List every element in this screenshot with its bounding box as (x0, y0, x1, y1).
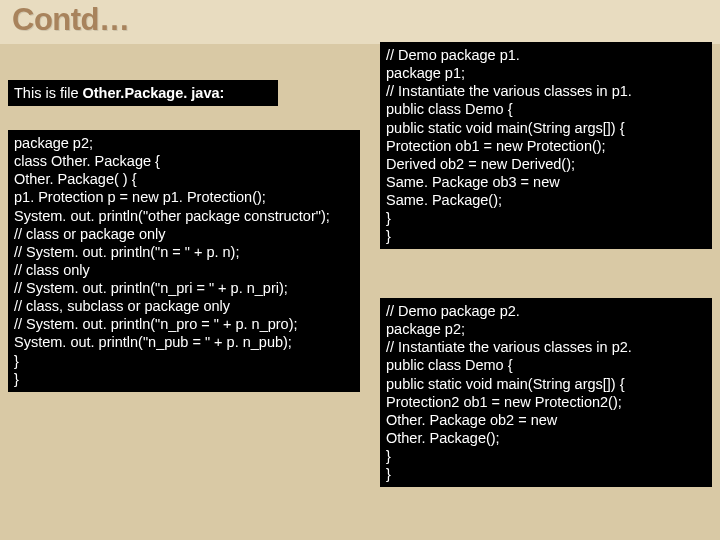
left-header-box: This is file Other.Package. java: (8, 80, 278, 106)
code-line: // class or package only (14, 225, 354, 243)
code-line: package p2; (386, 320, 706, 338)
code-line: public class Demo { (386, 356, 706, 374)
right-bottom-code-box: // Demo package p2.package p2;// Instant… (380, 298, 712, 487)
code-line: // Demo package p2. (386, 302, 706, 320)
code-line: } (386, 465, 706, 483)
code-line: } (14, 352, 354, 370)
code-line: class Other. Package { (14, 152, 354, 170)
code-line: // System. out. println("n_pri = " + p. … (14, 279, 354, 297)
code-line: package p1; (386, 64, 706, 82)
code-line: public class Demo { (386, 100, 706, 118)
left-header-bold: Other.Package. java: (83, 85, 225, 101)
code-line: // class only (14, 261, 354, 279)
left-header-prefix: This is file (14, 85, 83, 101)
code-line: Protection ob1 = new Protection(); (386, 137, 706, 155)
code-line: // System. out. println("n = " + p. n); (14, 243, 354, 261)
code-line: } (386, 447, 706, 465)
code-line: Protection2 ob1 = new Protection2(); (386, 393, 706, 411)
code-line: System. out. println("n_pub = " + p. n_p… (14, 333, 354, 351)
code-line: } (14, 370, 354, 388)
code-line: } (386, 227, 706, 245)
code-line: Other. Package( ) { (14, 170, 354, 188)
code-line: public static void main(String args[]) { (386, 375, 706, 393)
right-top-code-box: // Demo package p1.package p1;// Instant… (380, 42, 712, 249)
code-line: System. out. println("other package cons… (14, 207, 354, 225)
code-line: // System. out. println("n_pro = " + p. … (14, 315, 354, 333)
slide-header: Contd… (0, 0, 720, 44)
code-line: // Instantiate the various classes in p2… (386, 338, 706, 356)
code-line: Other. Package ob2 = new (386, 411, 706, 429)
code-line: Other. Package(); (386, 429, 706, 447)
code-line: Same. Package ob3 = new (386, 173, 706, 191)
code-line: // Instantiate the various classes in p1… (386, 82, 706, 100)
slide-title: Contd… (12, 2, 708, 38)
code-line: Derived ob2 = new Derived(); (386, 155, 706, 173)
code-line: Same. Package(); (386, 191, 706, 209)
code-line: p1. Protection p = new p1. Protection(); (14, 188, 354, 206)
code-line: // class, subclass or package only (14, 297, 354, 315)
left-code-box: package p2;class Other. Package {Other. … (8, 130, 360, 392)
code-line: // Demo package p1. (386, 46, 706, 64)
code-line: public static void main(String args[]) { (386, 119, 706, 137)
code-line: } (386, 209, 706, 227)
code-line: package p2; (14, 134, 354, 152)
